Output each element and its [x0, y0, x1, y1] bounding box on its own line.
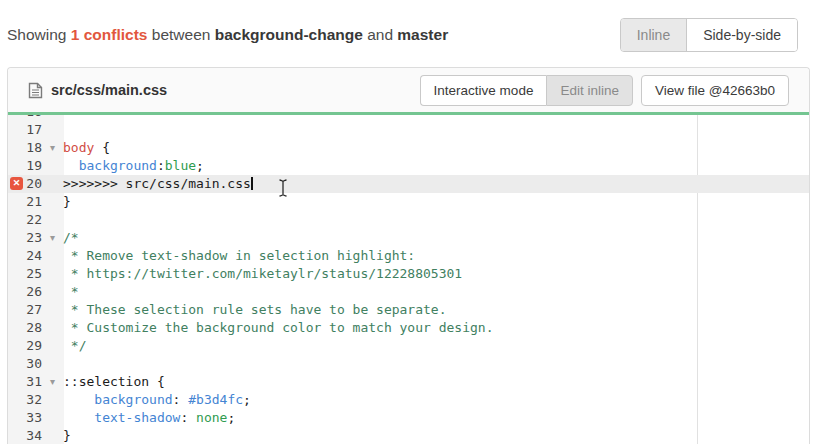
- fold-gutter-space: [42, 121, 63, 139]
- code-line-29[interactable]: 29 */: [8, 337, 809, 355]
- file-header: src/css/main.css Interactive mode Edit i…: [8, 68, 809, 115]
- branch-b-name: master: [397, 26, 448, 43]
- code-text: *: [63, 283, 79, 301]
- code-text: }: [63, 427, 71, 444]
- code-line-30[interactable]: 30: [8, 355, 809, 373]
- code-line-22[interactable]: 22: [8, 211, 809, 229]
- edit-mode-button-group: Interactive mode Edit inline: [420, 75, 633, 106]
- inline-view-button[interactable]: Inline: [621, 19, 687, 51]
- fold-gutter-space: [42, 319, 63, 337]
- fold-gutter-space: [42, 355, 63, 373]
- fold-gutter-space: [42, 265, 63, 283]
- summary-and: and: [367, 26, 393, 43]
- code-line-19[interactable]: 19 background:blue;: [8, 157, 809, 175]
- text-caret: [251, 177, 253, 190]
- fold-arrow-icon[interactable]: ▾: [42, 139, 63, 157]
- code-text: /*: [63, 229, 79, 247]
- code-line-27[interactable]: 27 * These selection rule sets have to b…: [8, 301, 809, 319]
- line-number: 21: [8, 193, 42, 211]
- line-number: 25: [8, 265, 42, 283]
- code-line-25[interactable]: 25 * https://twitter.com/miketaylr/statu…: [8, 265, 809, 283]
- code-line-26[interactable]: 26 *: [8, 283, 809, 301]
- conflict-summary-text: Showing 1 conflicts between background-c…: [7, 26, 448, 44]
- line-number: 30: [8, 355, 42, 373]
- conflict-marker-icon: ✕: [10, 177, 23, 190]
- code-text: ::selection {: [63, 373, 165, 391]
- code-line-31[interactable]: 31▾::selection {: [8, 373, 809, 391]
- code-line-23[interactable]: 23▾/*: [8, 229, 809, 247]
- code-text: background:blue;: [63, 157, 204, 175]
- code-text: * https://twitter.com/miketaylr/status/1…: [63, 265, 462, 283]
- line-number: 19: [8, 157, 42, 175]
- fold-gutter-space: [42, 301, 63, 319]
- mouse-ibeam-cursor: [277, 178, 289, 201]
- side-by-side-view-button[interactable]: Side-by-side: [687, 19, 797, 51]
- code-line-33[interactable]: 33 text-shadow: none;: [8, 409, 809, 427]
- code-text: * These selection rule sets have to be s…: [63, 301, 447, 319]
- fold-gutter-space: [42, 427, 63, 444]
- file-icon: [28, 82, 43, 99]
- file-name: src/css/main.css: [51, 82, 167, 98]
- edit-inline-button[interactable]: Edit inline: [546, 75, 633, 106]
- fold-gutter-space: [42, 409, 63, 427]
- line-number: 29: [8, 337, 42, 355]
- view-file-button[interactable]: View file @42663b0: [641, 75, 789, 106]
- code-lines: 161718▾body {19 background:blue;✕20>>>>>…: [8, 115, 809, 444]
- code-line-18[interactable]: 18▾body {: [8, 139, 809, 157]
- fold-arrow-icon[interactable]: ▾: [42, 229, 63, 247]
- code-line-21[interactable]: 21}: [8, 193, 809, 211]
- fold-gutter-space: [42, 247, 63, 265]
- view-mode-toggle: Inline Side-by-side: [620, 18, 798, 52]
- fold-gutter-space: [42, 193, 63, 211]
- code-text: */: [63, 337, 86, 355]
- code-line-28[interactable]: 28 * Customize the background color to m…: [8, 319, 809, 337]
- line-number: 33: [8, 409, 42, 427]
- line-number: 17: [8, 121, 42, 139]
- code-text: body {: [63, 139, 110, 157]
- code-line-17[interactable]: 17: [8, 121, 809, 139]
- interactive-mode-button[interactable]: Interactive mode: [420, 75, 547, 106]
- code-text: >>>>>>> src/css/main.css: [63, 175, 253, 193]
- branch-a-name: background-change: [215, 26, 363, 43]
- line-number: 34: [8, 427, 42, 444]
- fold-gutter-space: [42, 283, 63, 301]
- code-text: }: [63, 193, 71, 211]
- fold-gutter-space: [42, 211, 63, 229]
- file-header-actions: Interactive mode Edit inline View file @…: [420, 75, 789, 106]
- code-editor[interactable]: 161718▾body {19 background:blue;✕20>>>>>…: [8, 115, 809, 444]
- line-number: 22: [8, 211, 42, 229]
- code-text: text-shadow: none;: [63, 409, 235, 427]
- line-number: 23: [8, 229, 42, 247]
- line-number: 28: [8, 319, 42, 337]
- fold-gutter-space: [42, 175, 63, 193]
- fold-arrow-icon[interactable]: ▾: [42, 373, 63, 391]
- fold-gutter-space: [42, 391, 63, 409]
- line-number: 27: [8, 301, 42, 319]
- file-info: src/css/main.css: [28, 82, 167, 99]
- conflict-summary-bar: Showing 1 conflicts between background-c…: [0, 0, 816, 67]
- fold-gutter-space: [42, 157, 63, 175]
- summary-prefix: Showing: [7, 26, 66, 43]
- line-number: 32: [8, 391, 42, 409]
- line-number: 31: [8, 373, 42, 391]
- file-conflict-panel: src/css/main.css Interactive mode Edit i…: [7, 67, 810, 444]
- conflict-count: 1 conflicts: [71, 26, 148, 43]
- code-text: * Remove text-shadow in selection highli…: [63, 247, 415, 265]
- code-text: * Customize the background color to matc…: [63, 319, 493, 337]
- line-number: 18: [8, 139, 42, 157]
- code-line-24[interactable]: 24 * Remove text-shadow in selection hig…: [8, 247, 809, 265]
- line-number: 24: [8, 247, 42, 265]
- code-line-32[interactable]: 32 background: #b3d4fc;: [8, 391, 809, 409]
- code-text: background: #b3d4fc;: [63, 391, 251, 409]
- code-line-20[interactable]: ✕20>>>>>>> src/css/main.css: [8, 175, 809, 193]
- code-line-34[interactable]: 34}: [8, 427, 809, 444]
- summary-between: between: [152, 26, 211, 43]
- line-number: 26: [8, 283, 42, 301]
- fold-gutter-space: [42, 337, 63, 355]
